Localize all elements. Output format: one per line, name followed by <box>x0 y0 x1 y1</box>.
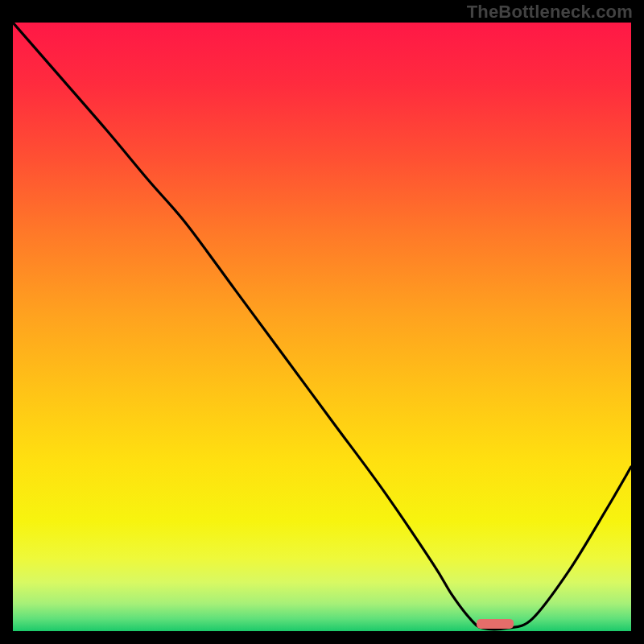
gradient-background <box>13 23 631 631</box>
chart-svg <box>13 23 631 631</box>
optimal-marker <box>477 619 514 629</box>
plot-area <box>13 23 631 631</box>
watermark-text: TheBottleneck.com <box>467 2 633 23</box>
chart-frame: TheBottleneck.com <box>0 0 644 644</box>
